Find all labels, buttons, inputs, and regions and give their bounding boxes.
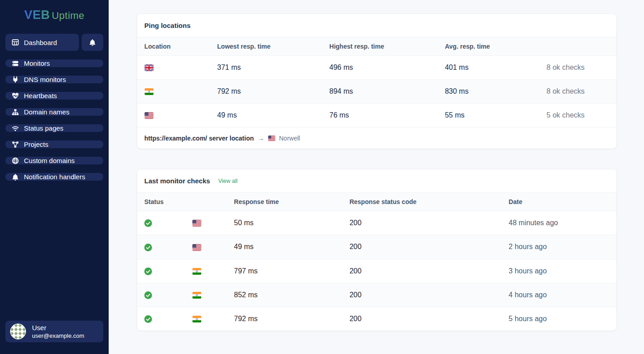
table-row: 371 ms 496 ms 401 ms 8 ok checks bbox=[137, 56, 616, 80]
highest-resp-time: 76 ms bbox=[322, 104, 437, 127]
flag-united-kingdom-icon bbox=[144, 64, 154, 71]
globe-icon bbox=[12, 157, 19, 164]
lowest-resp-time: 371 ms bbox=[210, 56, 322, 80]
app-logo-primary: VEB bbox=[24, 8, 50, 22]
flag-united-states-icon bbox=[192, 220, 202, 227]
lowest-resp-time: 49 ms bbox=[210, 104, 322, 127]
table-row: 852 ms 200 4 hours ago bbox=[137, 283, 616, 307]
flag-united-states-icon bbox=[144, 112, 154, 119]
check-date: 2 hours ago bbox=[501, 235, 616, 259]
flag-united-states-icon bbox=[192, 244, 202, 251]
flag-india-icon bbox=[192, 292, 202, 299]
ping-locations-card: Ping locations Location Lowest resp. tim… bbox=[137, 14, 616, 149]
column-header-location: Location bbox=[137, 37, 210, 56]
sidebar-item-projects[interactable]: Projects bbox=[5, 141, 103, 148]
response-status-code: 200 bbox=[342, 235, 501, 259]
main-content: Ping locations Location Lowest resp. tim… bbox=[109, 0, 644, 354]
server-stack-icon bbox=[12, 60, 19, 67]
response-time: 852 ms bbox=[227, 283, 342, 307]
heartbeat-icon bbox=[12, 92, 19, 100]
check-date: 5 hours ago bbox=[501, 307, 616, 331]
sidebar-item-label: Heartbeats bbox=[24, 92, 57, 100]
status-ok-icon bbox=[144, 268, 152, 275]
highest-resp-time: 894 ms bbox=[322, 80, 437, 104]
view-all-link[interactable]: View all bbox=[218, 178, 238, 184]
plug-icon bbox=[12, 76, 19, 83]
table-row: 50 ms 200 48 minutes ago bbox=[137, 211, 616, 235]
table-header-row: Status Response time Response status cod… bbox=[137, 193, 616, 211]
lowest-resp-time: 792 ms bbox=[210, 80, 322, 104]
arrow-right-icon: → bbox=[258, 134, 264, 142]
sidebar-item-label: Status pages bbox=[24, 124, 64, 132]
server-location-city: Norwell bbox=[279, 135, 300, 142]
column-header-response-time: Response time bbox=[227, 193, 342, 211]
avg-resp-time: 830 ms bbox=[437, 80, 539, 104]
share-nodes-icon bbox=[12, 141, 19, 148]
sidebar-item-label: Custom domains bbox=[24, 157, 75, 164]
ping-locations-table: Location Lowest resp. time Highest resp.… bbox=[137, 37, 616, 127]
notifications-bell-button[interactable] bbox=[82, 34, 103, 51]
flag-india-icon bbox=[144, 88, 154, 95]
column-header-lowest: Lowest resp. time bbox=[210, 37, 322, 56]
response-time: 50 ms bbox=[227, 211, 342, 235]
flag-india-icon bbox=[192, 268, 202, 275]
check-date: 4 hours ago bbox=[501, 283, 616, 307]
table-row: 797 ms 200 3 hours ago bbox=[137, 259, 616, 283]
highest-resp-time: 496 ms bbox=[322, 56, 437, 80]
table-row: 792 ms 894 ms 830 ms 8 ok checks bbox=[137, 80, 616, 104]
table-row: 49 ms 200 2 hours ago bbox=[137, 235, 616, 259]
ok-checks-count: 5 ok checks bbox=[539, 104, 616, 127]
response-status-code: 200 bbox=[342, 259, 501, 283]
sidebar-item-custom-domains[interactable]: Custom domains bbox=[5, 157, 103, 164]
dashboard-grid-icon bbox=[12, 39, 19, 46]
response-time: 797 ms bbox=[227, 259, 342, 283]
avg-resp-time: 401 ms bbox=[437, 56, 539, 80]
response-status-code: 200 bbox=[342, 211, 501, 235]
status-ok-icon bbox=[144, 244, 152, 251]
flag-united-states-icon bbox=[268, 136, 276, 141]
column-header-avg: Avg. resp. time bbox=[437, 37, 539, 56]
ok-checks-count: 8 ok checks bbox=[539, 80, 616, 104]
sidebar-item-dns-monitors[interactable]: DNS monitors bbox=[5, 76, 103, 83]
status-ok-icon bbox=[144, 219, 152, 227]
last-monitor-checks-title: Last monitor checks bbox=[144, 177, 210, 185]
server-location-footer: https://example.com/ server location → N… bbox=[137, 127, 616, 149]
column-header-highest: Highest resp. time bbox=[322, 37, 437, 56]
sidebar-item-status-pages[interactable]: Status pages bbox=[5, 124, 103, 132]
sidebar-item-domain-names[interactable]: Domain names bbox=[5, 108, 103, 116]
sidebar-item-notification-handlers[interactable]: Notification handlers bbox=[5, 173, 103, 181]
sidebar-nav: Dashboard Monitors DNS monitors bbox=[5, 34, 103, 181]
bell-icon bbox=[89, 39, 96, 46]
sidebar: VEBUptime Dashboard Monitors bbox=[0, 0, 109, 354]
sidebar-item-monitors[interactable]: Monitors bbox=[5, 59, 103, 67]
app-logo-secondary: Uptime bbox=[52, 10, 85, 21]
column-header-empty bbox=[185, 193, 226, 211]
avg-resp-time: 55 ms bbox=[437, 104, 539, 127]
check-date: 48 minutes ago bbox=[501, 211, 616, 235]
avatar bbox=[10, 323, 26, 340]
user-name: User bbox=[32, 324, 84, 331]
column-header-date: Date bbox=[501, 193, 616, 211]
bell-icon bbox=[12, 173, 19, 181]
sidebar-item-label: Dashboard bbox=[24, 39, 57, 46]
last-monitor-checks-table: Status Response time Response status cod… bbox=[137, 192, 616, 331]
server-location-label: https://example.com/ server location bbox=[144, 135, 254, 142]
sidebar-item-label: Monitors bbox=[24, 59, 50, 67]
sidebar-item-dashboard[interactable]: Dashboard bbox=[5, 34, 79, 51]
sidebar-item-label: Domain names bbox=[24, 108, 69, 116]
table-header-row: Location Lowest resp. time Highest resp.… bbox=[137, 37, 616, 56]
sitemap-icon bbox=[12, 109, 19, 116]
status-ok-icon bbox=[144, 291, 152, 299]
status-ok-icon bbox=[144, 315, 152, 323]
table-row: 792 ms 200 5 hours ago bbox=[137, 307, 616, 331]
user-menu[interactable]: User user@example.com bbox=[5, 321, 103, 342]
column-header-response-status-code: Response status code bbox=[342, 193, 501, 211]
flag-india-icon bbox=[192, 316, 202, 322]
column-header-empty bbox=[539, 37, 616, 56]
user-email: user@example.com bbox=[32, 332, 84, 339]
column-header-status: Status bbox=[137, 193, 185, 211]
sidebar-item-heartbeats[interactable]: Heartbeats bbox=[5, 92, 103, 100]
check-date: 3 hours ago bbox=[501, 259, 616, 283]
last-monitor-checks-card: Last monitor checks View all Status Resp… bbox=[137, 169, 616, 331]
ok-checks-count: 8 ok checks bbox=[539, 56, 616, 80]
